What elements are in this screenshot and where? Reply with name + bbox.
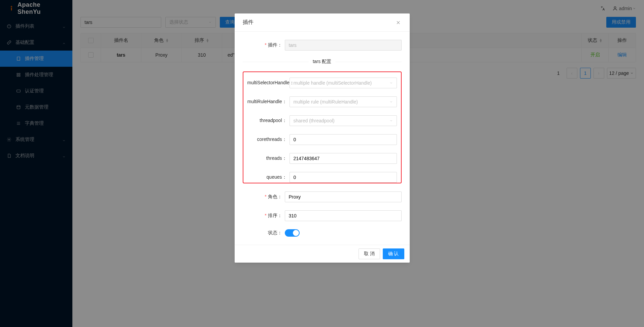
chevron-down-icon bbox=[389, 118, 393, 123]
fieldset-title-wrap: tars 配置 bbox=[243, 59, 402, 65]
multiselector-label: multiSelectorHandle： bbox=[247, 80, 290, 86]
role-label: 角色： bbox=[243, 194, 285, 200]
fieldset-title: tars 配置 bbox=[309, 59, 335, 65]
queues-input[interactable] bbox=[290, 172, 397, 183]
close-icon[interactable] bbox=[395, 19, 402, 26]
threads-label: threads： bbox=[247, 155, 290, 161]
modal-header: 插件 bbox=[235, 13, 410, 32]
sort-label: 排序： bbox=[243, 213, 285, 219]
role-input[interactable] bbox=[285, 191, 402, 202]
threadpool-select[interactable]: shared (threadpool) bbox=[290, 115, 397, 126]
threadpool-label: threadpool： bbox=[247, 118, 290, 124]
corethreads-label: corethreads： bbox=[247, 137, 290, 143]
modal-overlay: 插件 插件： tars 配置 multiSelectorHandle： mult… bbox=[0, 0, 644, 327]
confirm-button[interactable]: 确 认 bbox=[383, 248, 404, 259]
sort-input[interactable] bbox=[285, 210, 402, 221]
multiselector-select[interactable]: multiple handle (multiSelectorHandle) bbox=[290, 78, 397, 88]
modal-title: 插件 bbox=[243, 19, 253, 26]
modal-body: 插件： tars 配置 multiSelectorHandle： multipl… bbox=[235, 32, 410, 245]
modal-footer: 取 消 确 认 bbox=[235, 245, 410, 263]
multirule-select[interactable]: multiple rule (multiRuleHandle) bbox=[290, 96, 397, 107]
status-switch[interactable] bbox=[285, 229, 300, 237]
plugin-modal: 插件 插件： tars 配置 multiSelectorHandle： mult… bbox=[235, 13, 410, 263]
config-highlight: multiSelectorHandle： multiple handle (mu… bbox=[243, 71, 402, 183]
cancel-button[interactable]: 取 消 bbox=[359, 248, 380, 259]
threads-input[interactable] bbox=[290, 153, 397, 164]
chevron-down-icon bbox=[389, 80, 393, 86]
plugin-input bbox=[285, 40, 402, 51]
queues-label: queues： bbox=[247, 174, 290, 180]
multirule-label: multiRuleHandle： bbox=[247, 99, 290, 105]
status-label: 状态： bbox=[243, 230, 285, 236]
plugin-label: 插件： bbox=[243, 42, 285, 48]
corethreads-input[interactable] bbox=[290, 134, 397, 145]
chevron-down-icon bbox=[389, 99, 393, 105]
